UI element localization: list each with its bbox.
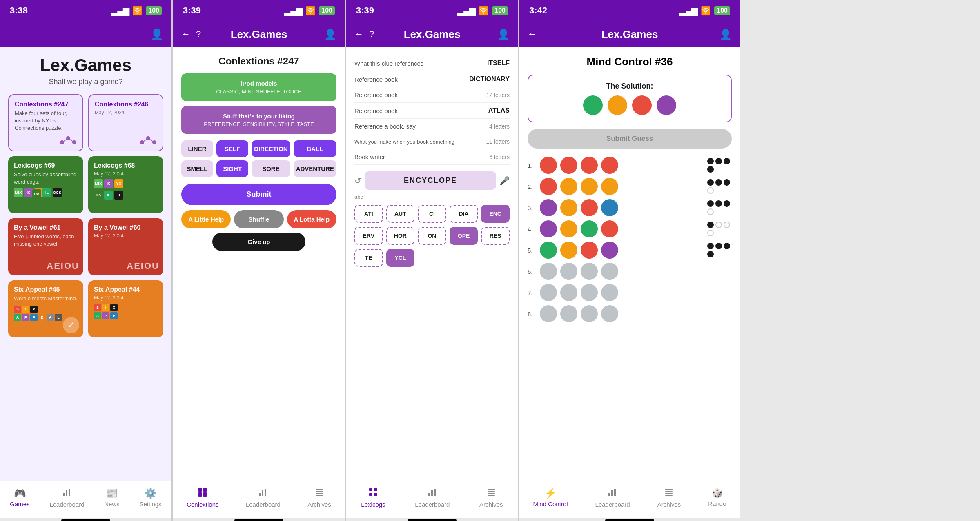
home-title: Lex.Games bbox=[8, 55, 163, 75]
clear-button[interactable]: ↺ bbox=[354, 176, 361, 186]
fb5-1 bbox=[707, 243, 714, 249]
word-tile-adventure[interactable]: ADVENTURE bbox=[294, 160, 336, 177]
svg-rect-29 bbox=[431, 490, 433, 496]
word-tile-liner[interactable]: LINER bbox=[181, 140, 213, 157]
nav-left-lex: ← ? bbox=[354, 29, 374, 40]
time-conn: 3:39 bbox=[183, 5, 201, 16]
game-card-vowel60[interactable]: By a Vowel #60 May 12, 2024 AEIOU bbox=[88, 218, 163, 275]
game-card-six45[interactable]: Six Appeal #45 Wordle meets Mastermind. … bbox=[8, 280, 83, 337]
card-date: May 12, 2024 bbox=[94, 171, 158, 177]
nav-rando-mc[interactable]: 🎲 Rando bbox=[708, 488, 726, 507]
submit-button[interactable]: Submit bbox=[181, 184, 336, 205]
back-icon-mc[interactable]: ← bbox=[528, 29, 537, 40]
clue-row-3: Reference book 12 letters bbox=[354, 87, 510, 103]
game-card-lexicogs69[interactable]: Lexicogs #69 Solve clues by assembling w… bbox=[8, 156, 83, 213]
nav-rando-label-mc: Rando bbox=[708, 500, 726, 507]
word-tile-ball[interactable]: BALL bbox=[294, 140, 336, 157]
suffix-ati[interactable]: ATI bbox=[354, 205, 383, 223]
guess-rows: 1. 2. bbox=[528, 157, 732, 322]
little-help-button[interactable]: A Little Help bbox=[181, 210, 231, 228]
game-card-conlextions246[interactable]: Conlextions #246 May 12, 2024 bbox=[88, 94, 163, 151]
nav-archives-lex[interactable]: Archives bbox=[479, 487, 503, 508]
suffix-res[interactable]: RES bbox=[481, 227, 510, 245]
clue-label-7: Book writer bbox=[354, 153, 385, 160]
mc-title: Mind Control #36 bbox=[528, 55, 732, 68]
lotta-help-button[interactable]: A Lotta Help bbox=[287, 210, 336, 228]
fb4-1 bbox=[707, 222, 714, 228]
clue-value-2: DICTIONARY bbox=[469, 75, 510, 83]
clue-label-5: Reference a book, say bbox=[354, 123, 416, 130]
nav-games[interactable]: 🎮 Games bbox=[10, 488, 29, 508]
solved-card-green: iPod models CLASSIC, MINI, SHUFFLE, TOUC… bbox=[181, 73, 336, 101]
fb4-3 bbox=[724, 222, 730, 228]
nav-archives-conn[interactable]: Archives bbox=[307, 487, 331, 508]
svg-rect-41 bbox=[665, 495, 673, 496]
game-card-lexicogs68[interactable]: Lexicogs #68 May 12, 2024 LEX IC YO DA I… bbox=[88, 156, 163, 213]
suffix-hor[interactable]: HOR bbox=[386, 227, 415, 245]
mic-icon[interactable]: 🎤 bbox=[499, 176, 510, 186]
nav-mindcontrol-tab[interactable]: ⚡ Mind Control bbox=[533, 488, 568, 508]
nav-leaderboard-lex[interactable]: Leaderboard bbox=[415, 487, 450, 508]
svg-rect-20 bbox=[316, 489, 323, 490]
g7c3 bbox=[581, 284, 598, 301]
right-filler bbox=[740, 0, 980, 521]
card-desc: Wordle meets Mastermind. bbox=[14, 295, 78, 302]
profile-icon-lex[interactable]: 👤 bbox=[497, 29, 510, 40]
shuffle-button[interactable]: Shuffle bbox=[234, 210, 283, 228]
nav-lexicogs-tab[interactable]: Lexicogs bbox=[361, 487, 385, 508]
back-icon-conn[interactable]: ← bbox=[181, 29, 190, 40]
nav-leaderboard[interactable]: Leaderboard bbox=[49, 487, 84, 508]
word-tile-sight[interactable]: SIGHT bbox=[216, 160, 248, 177]
nav-leaderboard-mc[interactable]: Leaderboard bbox=[595, 487, 630, 508]
game-card-vowel61[interactable]: By a Vowel #61 Five jumbled words, each … bbox=[8, 218, 83, 275]
back-icon-lex[interactable]: ← bbox=[354, 29, 363, 40]
g8c1 bbox=[540, 305, 557, 322]
suffix-erv[interactable]: ERV bbox=[354, 227, 383, 245]
svg-rect-17 bbox=[259, 493, 261, 496]
game-card-six44[interactable]: Six Appeal #44 May 12, 2024 S I X A P P bbox=[88, 280, 163, 337]
suffix-ycl[interactable]: YCL bbox=[386, 249, 415, 267]
fb3-4 bbox=[707, 208, 714, 215]
suffix-enc[interactable]: ENC bbox=[481, 205, 510, 223]
word-input[interactable] bbox=[365, 171, 496, 190]
nav-leaderboard-conn[interactable]: Leaderboard bbox=[246, 487, 281, 508]
g8c4 bbox=[601, 305, 618, 322]
g7c4 bbox=[601, 284, 618, 301]
suffix-te[interactable]: TE bbox=[354, 249, 383, 267]
submit-guess-button[interactable]: Submit Guess bbox=[528, 129, 732, 149]
give-up-button[interactable]: Give up bbox=[212, 233, 305, 251]
nav-archives-mc[interactable]: Archives bbox=[657, 487, 681, 508]
suffix-ci[interactable]: CI bbox=[418, 205, 446, 223]
game-card-conlextions247[interactable]: Conlextions #247 Make four sets of four,… bbox=[8, 94, 83, 151]
nav-right-lex: 👤 bbox=[497, 29, 510, 40]
suffix-aut[interactable]: AUT bbox=[386, 205, 415, 223]
clue-row-7: Book writer 6 letters bbox=[354, 149, 510, 165]
word-tile-sore[interactable]: SORE bbox=[252, 160, 290, 177]
help-icon-conn[interactable]: ? bbox=[196, 29, 201, 40]
solved-card-purple: Stuff that's to your liking PREFERENCE, … bbox=[181, 106, 336, 134]
suffix-on[interactable]: ON bbox=[418, 227, 446, 245]
time-mc: 3:42 bbox=[529, 5, 547, 16]
nav-news[interactable]: 📰 News bbox=[104, 488, 120, 508]
nav-conlextions-tab[interactable]: Conlextions bbox=[187, 487, 218, 508]
profile-icon-home[interactable]: 👤 bbox=[150, 28, 163, 41]
suffix-dia[interactable]: DIA bbox=[450, 205, 478, 223]
nav-settings[interactable]: ⚙️ Settings bbox=[139, 488, 161, 508]
nav-left-conn: ← ? bbox=[181, 29, 201, 40]
card-title: By a Vowel #61 bbox=[14, 224, 78, 231]
profile-icon-conn[interactable]: 👤 bbox=[324, 29, 336, 40]
svg-rect-18 bbox=[262, 490, 263, 496]
six-grid2: S I X A P P bbox=[94, 304, 158, 319]
leaderboard-icon-mc bbox=[608, 487, 617, 499]
sol-circle-2 bbox=[608, 95, 627, 115]
nav-arch-label-lex: Archives bbox=[479, 501, 503, 508]
profile-icon-mc[interactable]: 👤 bbox=[719, 29, 732, 40]
g6c4 bbox=[601, 263, 618, 280]
fb2-2 bbox=[715, 179, 722, 186]
help-icon-lex[interactable]: ? bbox=[369, 29, 374, 40]
action-row: A Little Help Shuffle A Lotta Help bbox=[181, 210, 336, 228]
suffix-ope[interactable]: OPE bbox=[450, 227, 478, 245]
word-tile-smell[interactable]: SMELL bbox=[181, 160, 213, 177]
word-tile-direction[interactable]: DIRECTION bbox=[252, 140, 290, 157]
word-tile-self[interactable]: SELF bbox=[216, 140, 248, 157]
